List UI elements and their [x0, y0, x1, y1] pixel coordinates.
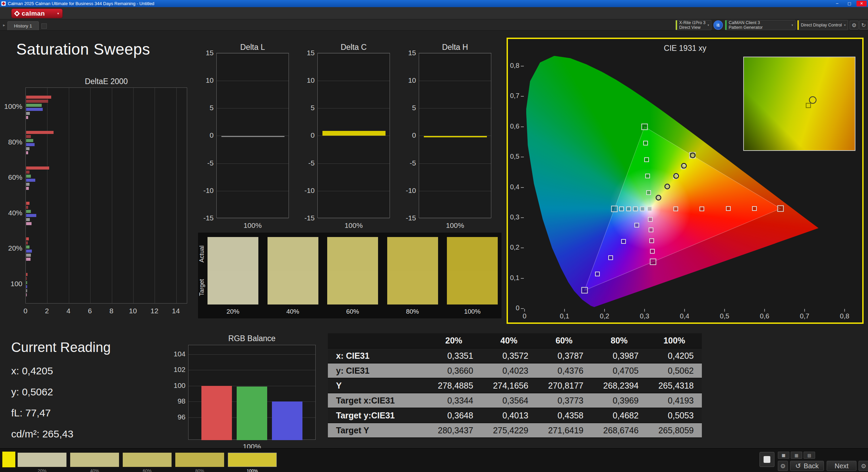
inset-measured-marker	[809, 96, 816, 104]
pattern-level-button[interactable]: 60%	[123, 453, 172, 472]
delta-y-tick-label: 15	[403, 49, 416, 57]
pattern-level-button[interactable]: 100%	[228, 453, 277, 472]
pattern-window-button[interactable]	[760, 452, 774, 467]
cie-x-tick	[524, 309, 525, 312]
next-button[interactable]: Next	[827, 461, 856, 471]
deltae-bar	[26, 108, 43, 111]
cie-x-tick	[724, 309, 725, 312]
maximize-button[interactable]: □	[844, 1, 854, 6]
inset-target-marker	[806, 103, 811, 108]
reading-fl: fL: 77,47	[11, 402, 111, 424]
delta-y-tick-label: 0	[302, 131, 315, 139]
cie-y-tick	[521, 126, 524, 127]
current-reading: Current Reading x: 0,4205 y: 0,5062 fL: …	[11, 340, 111, 445]
table-header-row: 20%40%60%80%100%	[328, 333, 702, 348]
tab-scroll-button[interactable]: ▸	[1, 21, 7, 29]
table-value-cell: 0,3564	[481, 393, 537, 408]
deltae-x-tick-label: 2	[39, 307, 55, 315]
cie-x-tick	[844, 309, 845, 312]
cie-x-tick	[804, 309, 805, 312]
settings-gear-button[interactable]: ⚙	[850, 21, 859, 29]
calman-menu-button[interactable]: calman ▾	[11, 8, 63, 18]
delta-h-chart: Delta H151050-5-10-15100%	[403, 43, 495, 239]
back-button[interactable]: ↺ Back	[790, 461, 824, 471]
actual-swatch	[268, 237, 318, 271]
deltae-bar	[26, 104, 42, 107]
table-row: Target Y280,3437275,4229271,6419268,6746…	[328, 423, 702, 438]
report-button[interactable]: ▤	[804, 452, 815, 459]
table-value-cell: 0,3773	[536, 393, 592, 408]
deltae-bar	[26, 210, 31, 213]
cie-target-marker	[626, 206, 631, 211]
reading-cdm2: cd/m²: 265,43	[11, 424, 111, 445]
refresh-button[interactable]: ↻	[859, 21, 868, 29]
deltae-x-tick-label: 6	[82, 307, 98, 315]
cie-y-tick	[521, 66, 524, 66]
deltae-x-tick-label: 14	[168, 307, 184, 315]
delta-gridline	[318, 163, 390, 164]
deltae-bar	[26, 277, 27, 280]
back-options-button[interactable]: ⚙	[778, 461, 788, 471]
cie-measured-marker	[681, 163, 687, 169]
deltae-y-tick-label: 60%	[3, 173, 22, 181]
record-button[interactable]: ■	[778, 452, 789, 459]
display-window-button[interactable]: ▦	[791, 452, 802, 459]
cie-target-marker	[633, 206, 638, 211]
delta-gridline	[217, 53, 289, 54]
cie-target-marker	[648, 217, 653, 222]
pattern-level-button[interactable]: 40%	[70, 453, 119, 472]
delta-y-tick-label: -10	[302, 186, 315, 195]
cie-x-tick-label: 0,8	[836, 312, 853, 320]
deltae-bar	[26, 96, 51, 99]
pattern-level-button[interactable]: 20%	[18, 453, 66, 472]
source-select-button[interactable]: CalMAN Client 3 Pattern Generator ▾	[725, 20, 795, 30]
deltae-bar	[26, 183, 29, 186]
delta-y-tick-label: -5	[302, 159, 315, 167]
deltae-y-tick-label: 80%	[3, 138, 22, 146]
table-header-cell: 20%	[426, 333, 481, 348]
table-value-cell: 265,8059	[647, 423, 702, 438]
cie-target-marker	[699, 206, 704, 211]
deltae-bar	[26, 289, 27, 292]
cie-y-tick	[521, 278, 524, 279]
delta-bar	[221, 136, 284, 137]
cie-target-marker	[595, 272, 600, 276]
pattern-level-label: 80%	[175, 468, 224, 472]
cie-y-tick-label: 0,7	[508, 92, 519, 100]
pattern-level-button[interactable]: 80%	[175, 453, 224, 472]
next-options-button[interactable]: ⚙	[859, 461, 868, 471]
delta-gridline	[217, 191, 289, 191]
cie-y-tick	[521, 96, 524, 97]
table-value-cell: 0,5062	[647, 363, 702, 378]
deltae-gridline	[176, 88, 177, 303]
refresh-icon: ↻	[861, 22, 866, 28]
table-value-cell: 274,1656	[481, 378, 537, 393]
record-icon: ■	[782, 453, 785, 458]
swatch-percent-label: 80%	[387, 308, 438, 315]
cie-target-marker	[611, 206, 618, 212]
swatch-percent-label: 40%	[268, 308, 318, 315]
next-label: Next	[834, 462, 848, 470]
cie-x-tick-label: 0,3	[636, 312, 653, 320]
close-button[interactable]: ✕	[856, 1, 867, 6]
cie-y-tick-label: 0,3	[508, 213, 519, 221]
table-row: Target y:CIE310,36480,40130,43580,46820,…	[328, 408, 702, 423]
minimize-button[interactable]: ─	[832, 1, 842, 6]
deltae-chart-title: DeltaE 2000	[25, 77, 187, 86]
meter-select-button[interactable]: X-Rite i1Pro 3 Direct View ▾	[675, 20, 711, 30]
source-status-indicator	[725, 20, 727, 30]
menu-row: calman ▾	[0, 7, 868, 19]
current-pattern-swatch	[2, 451, 16, 468]
deltae-gridline	[155, 88, 155, 303]
display-control-button[interactable]: Direct Display Control ▾	[797, 20, 848, 30]
tab-history-1[interactable]: History 1	[7, 21, 39, 30]
tab-overflow-button[interactable]	[41, 23, 47, 29]
delta-gridline	[318, 81, 390, 81]
cie-target-marker	[621, 239, 626, 244]
pattern-level-label: 100%	[228, 468, 277, 472]
deltae-bar	[26, 135, 31, 138]
delta-c-chart: Delta C151050-5-10-15100%	[302, 43, 394, 239]
delta-gridline	[419, 191, 491, 191]
delta-chart-title: Delta C	[317, 43, 390, 52]
cie-x-tick	[644, 309, 645, 312]
